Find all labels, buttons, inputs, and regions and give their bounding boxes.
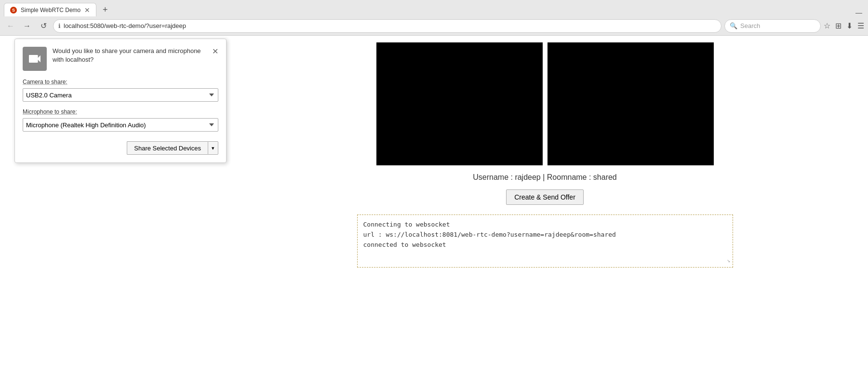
dialog-header: Would you like to share your camera and … bbox=[23, 47, 218, 71]
permission-dialog: Would you like to share your camera and … bbox=[14, 39, 227, 163]
page-content: Would you like to share your camera and … bbox=[0, 36, 868, 376]
mic-select[interactable]: Microphone (Realtek High Definition Audi… bbox=[23, 118, 218, 132]
reload-button[interactable]: ↺ bbox=[37, 19, 50, 33]
new-tab-button[interactable]: + bbox=[98, 3, 112, 16]
download-icon[interactable]: ⬇ bbox=[846, 21, 853, 30]
info-icon: ℹ bbox=[58, 23, 61, 29]
log-line-2: url : ws://localhost:8081/web-rtc-demo?u… bbox=[363, 230, 727, 240]
share-selected-devices-button[interactable]: Share Selected Devices bbox=[127, 141, 208, 155]
dialog-title: Would you like to share your camera and … bbox=[53, 47, 206, 64]
camera-label: Camera to share: bbox=[23, 79, 218, 85]
remote-video bbox=[548, 42, 714, 165]
dialog-close-button[interactable]: ✕ bbox=[212, 47, 218, 56]
camera-icon bbox=[27, 51, 42, 67]
minimize-button[interactable]: — bbox=[855, 9, 862, 16]
log-line-3: connected to websocket bbox=[363, 240, 727, 250]
bookmark-icon[interactable]: ☆ bbox=[824, 21, 830, 30]
share-dropdown-arrow[interactable]: ▾ bbox=[208, 141, 218, 155]
tab-close-button[interactable]: ✕ bbox=[84, 6, 90, 14]
tab-title: Simple WebRTC Demo bbox=[21, 7, 80, 13]
share-btn-group: Share Selected Devices ▾ bbox=[23, 141, 218, 155]
address-text: localhost:5080/web-rtc-demo/?user=rajdee… bbox=[64, 22, 716, 29]
search-placeholder: Search bbox=[740, 22, 760, 29]
tab-favicon: S bbox=[10, 7, 17, 13]
window-controls: — bbox=[855, 9, 868, 16]
back-button[interactable]: ← bbox=[4, 19, 17, 33]
create-send-offer-button[interactable]: Create & Send Offer bbox=[506, 189, 584, 205]
log-line-1: Connecting to websocket bbox=[363, 220, 727, 230]
search-bar[interactable]: 🔍 Search bbox=[724, 19, 821, 33]
address-bar[interactable]: ℹ localhost:5080/web-rtc-demo/?user=rajd… bbox=[53, 19, 721, 33]
app-area: Username : rajdeep | Roomname : shared C… bbox=[222, 36, 868, 376]
search-icon: 🔍 bbox=[730, 22, 737, 29]
camera-select[interactable]: USB2.0 Camera bbox=[23, 88, 218, 102]
toolbar: ← → ↺ ℹ localhost:5080/web-rtc-demo/?use… bbox=[0, 16, 868, 36]
active-tab[interactable]: S Simple WebRTC Demo ✕ bbox=[4, 3, 96, 16]
mic-label: Microphone to share: bbox=[23, 108, 218, 115]
toolbar-actions: ☆ ⊞ ⬇ ☰ bbox=[824, 21, 864, 30]
user-info: Username : rajdeep | Roomname : shared bbox=[473, 173, 617, 182]
log-box: Connecting to websocket url : ws://local… bbox=[357, 215, 733, 268]
forward-button[interactable]: → bbox=[20, 19, 34, 33]
tab-bar: S Simple WebRTC Demo ✕ + — bbox=[0, 0, 868, 16]
camera-icon-box bbox=[23, 47, 47, 71]
local-video bbox=[376, 42, 543, 165]
video-row bbox=[376, 42, 714, 165]
resize-handle[interactable]: ↘ bbox=[727, 256, 730, 265]
apps-icon[interactable]: ⊞ bbox=[835, 21, 841, 30]
menu-icon[interactable]: ☰ bbox=[857, 21, 864, 30]
browser-chrome: S Simple WebRTC Demo ✕ + — ← → ↺ ℹ local… bbox=[0, 0, 868, 36]
